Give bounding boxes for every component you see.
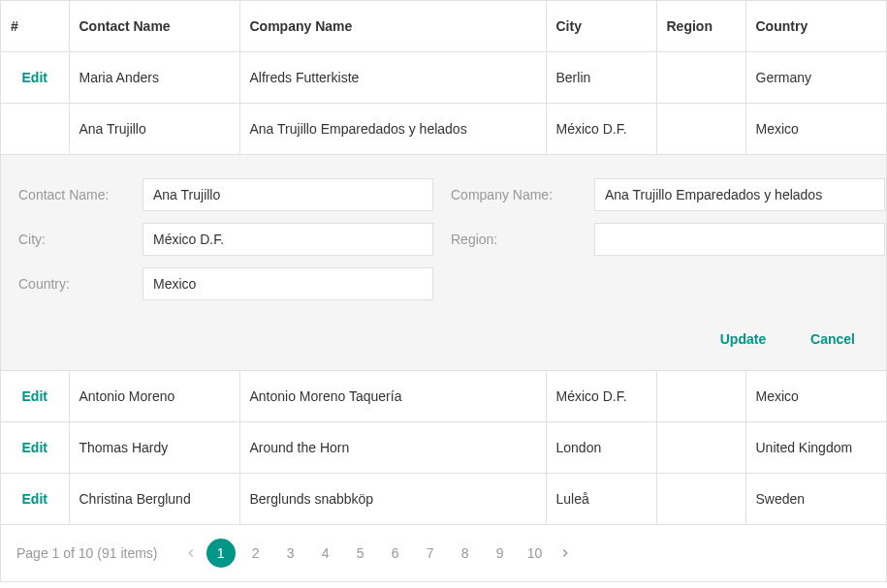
col-header-city[interactable]: City [546, 1, 656, 52]
edit-button[interactable]: Edit [1, 474, 69, 525]
cell-region [656, 371, 745, 422]
cell-city: Berlin [546, 52, 656, 104]
cell-contact: Christina Berglund [69, 474, 239, 525]
cell-contact: Maria Anders [69, 52, 239, 104]
cell-company: Ana Trujillo Emparedados y helados [239, 104, 546, 155]
cancel-button[interactable]: Cancel [797, 325, 869, 353]
table-row: Edit Maria Anders Alfreds Futterkiste Be… [1, 52, 886, 104]
cell-country: Germany [745, 52, 886, 104]
table-row: Edit Thomas Hardy Around the Horn London… [1, 422, 886, 474]
cell-company: Alfreds Futterkiste [239, 52, 546, 104]
pager: Page 1 of 10 (91 items) 1 2 3 4 5 6 7 8 … [1, 525, 886, 581]
page-button-4[interactable]: 4 [311, 539, 340, 568]
input-contact[interactable] [143, 178, 433, 211]
pager-info: Page 1 of 10 (91 items) [16, 545, 158, 561]
label-contact: Contact Name: [18, 187, 125, 202]
page-button-8[interactable]: 8 [451, 539, 480, 568]
edit-form-row: Contact Name: Company Name: City: Region… [1, 155, 886, 371]
col-header-company[interactable]: Company Name [239, 1, 546, 52]
col-header-contact[interactable]: Contact Name [69, 1, 239, 52]
page-button-2[interactable]: 2 [241, 539, 270, 568]
col-header-region[interactable]: Region [656, 1, 745, 52]
cell-country: Mexico [745, 104, 886, 155]
edit-button[interactable]: Edit [1, 52, 69, 104]
cell-company: Around the Horn [239, 422, 546, 474]
cell-contact: Ana Trujillo [69, 104, 239, 155]
table-row: Ana Trujillo Ana Trujillo Emparedados y … [1, 104, 886, 155]
table-row: Edit Christina Berglund Berglunds snabbk… [1, 474, 886, 525]
prev-page-button[interactable] [181, 539, 201, 568]
label-country: Country: [18, 276, 125, 292]
cell-contact: Thomas Hardy [69, 422, 239, 474]
input-country[interactable] [143, 267, 433, 300]
cell-city: London [546, 422, 656, 474]
cell-company: Berglunds snabbköp [239, 474, 546, 525]
input-city[interactable] [143, 223, 433, 256]
edit-button[interactable]: Edit [1, 422, 69, 474]
label-company: Company Name: [451, 187, 577, 202]
edit-button-placeholder [1, 104, 69, 155]
cell-company: Antonio Moreno Taquería [239, 371, 546, 422]
edit-form: Contact Name: Company Name: City: Region… [1, 155, 886, 370]
update-button[interactable]: Update [707, 325, 779, 353]
page-button-7[interactable]: 7 [416, 539, 445, 568]
cell-region [656, 474, 745, 525]
label-city: City: [18, 232, 125, 247]
cell-city: México D.F. [546, 104, 656, 155]
chevron-left-icon [184, 546, 198, 560]
table-row: Edit Antonio Moreno Antonio Moreno Taque… [1, 371, 886, 422]
cell-city: Luleå [546, 474, 656, 525]
page-button-1[interactable]: 1 [206, 539, 236, 568]
col-header-country[interactable]: Country [745, 1, 886, 52]
input-company[interactable] [594, 178, 885, 211]
page-button-3[interactable]: 3 [276, 539, 305, 568]
cell-region [656, 104, 745, 155]
label-region: Region: [451, 232, 577, 247]
next-page-button[interactable] [555, 539, 575, 568]
page-button-9[interactable]: 9 [486, 539, 515, 568]
page-button-5[interactable]: 5 [346, 539, 375, 568]
cell-contact: Antonio Moreno [69, 371, 239, 422]
cell-country: United Kingdom [745, 422, 886, 474]
page-button-6[interactable]: 6 [381, 539, 410, 568]
col-header-action[interactable]: # [1, 1, 69, 52]
grid-table: # Contact Name Company Name City Region … [1, 1, 886, 525]
cell-country: Mexico [745, 371, 886, 422]
data-grid: # Contact Name Company Name City Region … [0, 0, 887, 582]
cell-city: México D.F. [546, 371, 656, 422]
edit-button[interactable]: Edit [1, 371, 69, 422]
cell-country: Sweden [745, 474, 886, 525]
page-button-10[interactable]: 10 [521, 539, 550, 568]
input-region[interactable] [594, 223, 885, 256]
cell-region [656, 422, 745, 474]
chevron-right-icon [558, 546, 572, 560]
cell-region [656, 52, 745, 104]
